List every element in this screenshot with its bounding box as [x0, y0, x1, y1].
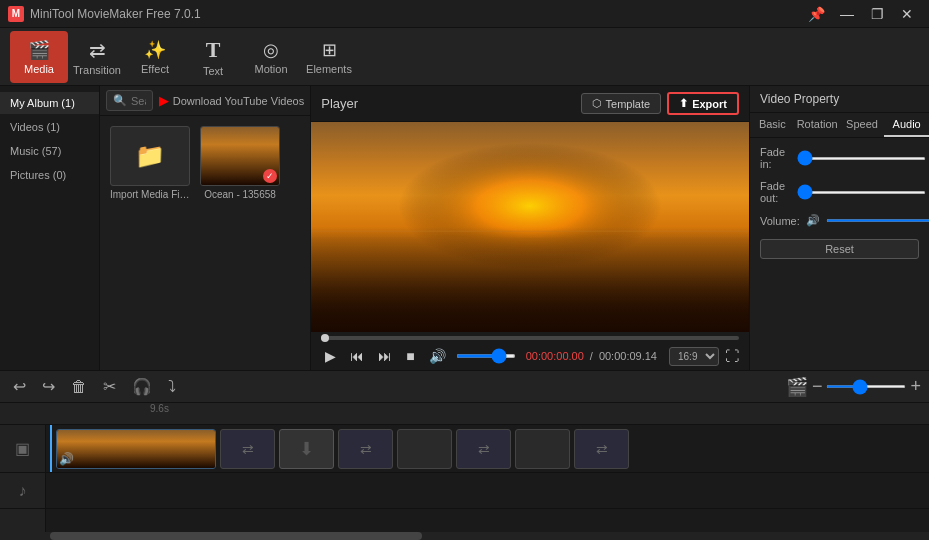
tab-audio[interactable]: Audio: [884, 113, 929, 137]
app-title: MiniTool MovieMaker Free 7.0.1: [30, 7, 808, 21]
next-frame-button[interactable]: ⏭: [374, 346, 396, 366]
track-content: 🔊 ⇄ ⬇ ⇄ ⇄ ⇄: [46, 425, 929, 532]
media-label: Media: [24, 63, 54, 75]
fullscreen-button[interactable]: ⛶: [725, 348, 739, 364]
video-preview: [311, 122, 749, 332]
timeline-ruler: 9.6s: [0, 403, 929, 425]
export-button[interactable]: ⬆ Export: [667, 92, 739, 115]
audio-button[interactable]: 🎧: [127, 374, 157, 399]
search-box[interactable]: 🔍: [106, 90, 153, 111]
minimize-button[interactable]: —: [833, 4, 861, 24]
video-track: 🔊 ⇄ ⬇ ⇄ ⇄ ⇄: [46, 425, 929, 473]
template-icon: ⬡: [592, 97, 602, 110]
import-media-item: 📁 Import Media Files: [110, 126, 190, 200]
toolbar-motion[interactable]: ◎ Motion: [242, 31, 300, 83]
app-icon: M: [8, 6, 24, 22]
toolbar-media[interactable]: 🎬 Media: [10, 31, 68, 83]
prev-frame-button[interactable]: ⏮: [346, 346, 368, 366]
timeline-scrollbar[interactable]: [0, 532, 929, 540]
search-input[interactable]: [131, 95, 146, 107]
import-timeline-button[interactable]: ⤵: [163, 375, 181, 399]
time-current: 00:00:00.00: [526, 350, 584, 362]
video-canvas[interactable]: [311, 122, 749, 332]
text-label: Text: [203, 65, 223, 77]
toolbar-effect[interactable]: ✨ Effect: [126, 31, 184, 83]
scroll-thumb: [50, 532, 422, 540]
volume-label: Volume:: [760, 215, 800, 227]
check-badge: ✓: [263, 169, 277, 183]
tab-rotation[interactable]: Rotation: [795, 113, 840, 137]
stop-button[interactable]: ■: [402, 346, 418, 366]
property-body: Fade in: 0.0s Fade out: 0.0s Volume: 🔊 1…: [750, 138, 929, 235]
ocean-thumb[interactable]: ✓: [200, 126, 280, 186]
sidebar-item-myalbum[interactable]: My Album (1): [0, 92, 99, 114]
transition-6[interactable]: [515, 429, 570, 469]
video-clip[interactable]: 🔊: [56, 429, 216, 469]
track-label-audio: ♪: [0, 473, 45, 509]
timeline: ↩ ↪ 🗑 ✂ 🎧 ⤵ 🎬 − + 9.6s ▣ ♪: [0, 370, 929, 540]
sidebar-item-pictures[interactable]: Pictures (0): [0, 164, 99, 186]
volume-slider[interactable]: [456, 354, 516, 358]
reset-button[interactable]: Reset: [760, 239, 919, 259]
transition-arrow-3: ⇄: [360, 441, 372, 457]
template-button[interactable]: ⬡ Template: [581, 93, 662, 114]
clip-thumbnail: [57, 430, 215, 468]
youtube-label: Download YouTube Videos: [173, 95, 305, 107]
timeline-toolbar: ↩ ↪ 🗑 ✂ 🎧 ⤵ 🎬 − +: [0, 371, 929, 403]
import-thumb[interactable]: 📁: [110, 126, 190, 186]
ruler-mark-96s: 9.6s: [150, 403, 169, 414]
window-controls: — ❐ ✕: [833, 4, 921, 24]
transition-3[interactable]: ⇄: [338, 429, 393, 469]
timeline-tracks: ▣ ♪ 🔊 ⇄ ⬇ ⇄: [0, 425, 929, 532]
search-icon: 🔍: [113, 94, 127, 107]
tab-speed[interactable]: Speed: [840, 113, 885, 137]
main-area: My Album (1) Videos (1) Music (57) Pictu…: [0, 86, 929, 370]
ocean-label: Ocean - 135658: [200, 189, 280, 200]
clip-audio-icon: 🔊: [59, 452, 74, 466]
track-labels: ▣ ♪: [0, 425, 46, 532]
toolbar-elements[interactable]: ⊞ Elements: [300, 31, 358, 83]
player-title: Player: [321, 96, 358, 111]
sidebar-item-music[interactable]: Music (57): [0, 140, 99, 162]
transition-2[interactable]: ⬇: [279, 429, 334, 469]
time-separator: /: [590, 350, 593, 362]
add-icon: ⬇: [299, 438, 314, 460]
fade-in-slider[interactable]: [797, 157, 926, 160]
fade-out-row: Fade out: 0.0s: [760, 180, 919, 204]
zoom-minus-button[interactable]: −: [812, 376, 823, 397]
transition-arrow-5: ⇄: [478, 441, 490, 457]
maximize-button[interactable]: ❐: [863, 4, 891, 24]
volume-prop-slider[interactable]: [826, 219, 929, 222]
transition-5[interactable]: ⇄: [456, 429, 511, 469]
cut-button[interactable]: ✂: [98, 374, 121, 399]
sidebar-item-videos[interactable]: Videos (1): [0, 116, 99, 138]
player-area: Player ⬡ Template ⬆ Export: [311, 86, 749, 370]
tab-basic[interactable]: Basic: [750, 113, 795, 137]
play-button[interactable]: ▶: [321, 346, 340, 366]
media-toolbar: 🔍 ▶ Download YouTube Videos: [100, 86, 310, 116]
volume-button[interactable]: 🔊: [425, 346, 450, 366]
transition-1[interactable]: ⇄: [220, 429, 275, 469]
fade-out-slider[interactable]: [797, 191, 926, 194]
zoom-control: 🎬 − +: [786, 376, 921, 398]
zoom-plus-button[interactable]: +: [910, 376, 921, 397]
undo-button[interactable]: ↩: [8, 374, 31, 399]
transition-4[interactable]: [397, 429, 452, 469]
track-label-video: ▣: [0, 425, 45, 473]
close-button[interactable]: ✕: [893, 4, 921, 24]
toolbar-text[interactable]: T Text: [184, 31, 242, 83]
delete-button[interactable]: 🗑: [66, 375, 92, 399]
toolbar-transition[interactable]: ⇄ Transition: [68, 31, 126, 83]
transition-label: Transition: [73, 64, 121, 76]
progress-dot: [321, 334, 329, 342]
aspect-ratio-select[interactable]: 16:9 9:16 4:3 1:1: [669, 347, 719, 366]
youtube-download-button[interactable]: ▶ Download YouTube Videos: [159, 93, 305, 108]
zoom-out-button[interactable]: 🎬: [786, 376, 808, 398]
transition-7[interactable]: ⇄: [574, 429, 629, 469]
redo-button[interactable]: ↪: [37, 374, 60, 399]
progress-bar[interactable]: [321, 336, 739, 340]
media-icon: 🎬: [28, 39, 50, 61]
zoom-slider[interactable]: [826, 385, 906, 388]
elements-icon: ⊞: [322, 39, 337, 61]
folder-icon: 📁: [135, 142, 165, 170]
